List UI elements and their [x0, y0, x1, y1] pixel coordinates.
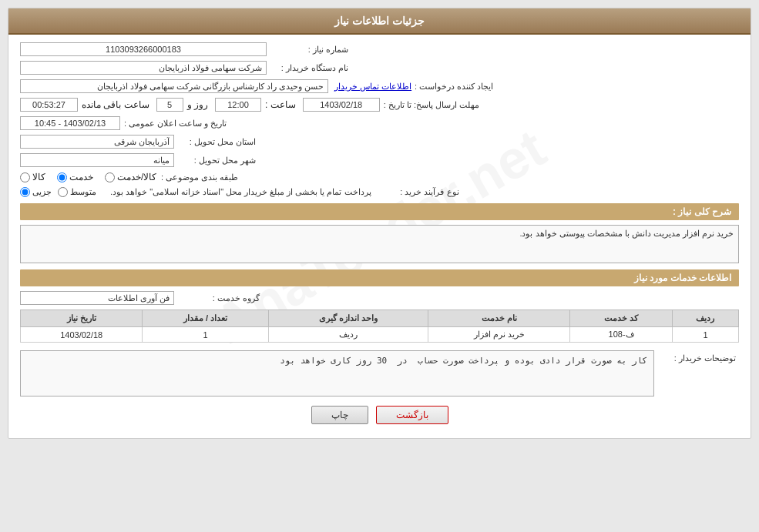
deadline-days-input[interactable] [156, 98, 183, 112]
main-content: شماره نیاز : نام دستگاه خریدار : ایجاد ک… [20, 42, 739, 424]
table-cell-date: 1403/02/18 [21, 327, 143, 343]
creator-row: ایجاد کننده درخواست : اطلاعات تماس خریدا… [20, 79, 739, 93]
table-cell-name: خرید نرم افزار [428, 327, 570, 343]
description-textarea[interactable] [20, 225, 739, 263]
services-section-header: اطلاعات خدمات مورد نیاز [20, 269, 739, 286]
category-option-khedmat: خدمت [57, 172, 93, 182]
category-radio-khedmat[interactable] [57, 172, 67, 182]
col-header-row: ردیف [672, 310, 738, 327]
city-row: شهر محل تحویل : [20, 153, 739, 167]
deadline-days-label: روز و [187, 99, 208, 110]
process-note: پرداخت تمام یا بخشی از مبلغ خریدار محل "… [110, 187, 371, 197]
col-header-unit: واحد اندازه گیری [268, 310, 428, 327]
col-header-name: نام خدمت [428, 310, 570, 327]
card-body: AnaTender.net شماره نیاز : نام دستگاه خر… [8, 35, 751, 438]
description-section-header: شرح کلی نیاز : [20, 203, 739, 220]
buyer-name-row: نام دستگاه خریدار : [20, 61, 739, 75]
card-header: جزئیات اطلاعات نیاز [8, 8, 751, 35]
print-button[interactable]: چاپ [311, 406, 368, 424]
city-label: شهر محل تحویل : [174, 156, 259, 166]
table-cell-code: ف-108 [570, 327, 673, 343]
page-title: جزئیات اطلاعات نیاز [334, 15, 425, 27]
announce-label: تاریخ و ساعت اعلان عمومی : [124, 119, 230, 129]
table-cell-unit: ردیف [268, 327, 428, 343]
category-row: طبقه بندی موضوعی : کالا/خدمت خدمت کالا [20, 172, 739, 182]
service-group-input[interactable] [20, 291, 174, 305]
back-button[interactable]: بازگشت [376, 406, 448, 424]
category-kala-khedmat-label: کالا/خدمت [117, 172, 156, 182]
deadline-remaining-input[interactable] [20, 98, 78, 112]
process-radio-medium[interactable] [58, 187, 68, 197]
col-header-qty: تعداد / مقدار [143, 310, 268, 327]
services-section-title: اطلاعات خدمات مورد نیاز [634, 273, 731, 283]
announce-input[interactable] [20, 116, 120, 130]
deadline-remaining-label: ساعت باقی مانده [82, 99, 149, 110]
announce-row: تاریخ و ساعت اعلان عمومی : [20, 116, 739, 130]
need-number-row: شماره نیاز : [20, 42, 739, 56]
category-khedmat-label: خدمت [69, 172, 93, 182]
process-medium-label: متوسط [70, 187, 96, 197]
process-radio-partial[interactable] [20, 187, 30, 197]
province-input[interactable] [20, 135, 174, 149]
col-header-code: کد خدمت [570, 310, 673, 327]
process-partial-label: جزیی [32, 187, 52, 197]
button-row: بازگشت چاپ [20, 406, 739, 424]
deadline-label: مهلت ارسال پاسخ: تا تاریخ : [384, 100, 482, 110]
process-option-medium: متوسط [58, 187, 96, 197]
process-row: نوع فرآیند خرید : پرداخت تمام یا بخشی از… [20, 187, 739, 197]
buyer-name-label: نام دستگاه خریدار : [267, 63, 351, 73]
need-number-label: شماره نیاز : [267, 45, 351, 55]
buyer-name-input[interactable] [20, 61, 267, 75]
main-card: جزئیات اطلاعات نیاز AnaTender.net شماره … [8, 8, 751, 439]
category-label: طبقه بندی موضوعی : [156, 172, 241, 182]
buyer-desc-textarea[interactable] [20, 350, 654, 396]
category-option-kala-khedmat: کالا/خدمت [105, 172, 156, 182]
deadline-date-input[interactable] [303, 98, 380, 112]
category-radio-kala-khedmat[interactable] [105, 172, 115, 182]
province-label: استان محل تحویل : [174, 137, 259, 147]
creator-label: ایجاد کننده درخواست : [411, 82, 496, 92]
buyer-desc-label: توضیحات خریدار : [654, 350, 739, 363]
creator-input[interactable] [20, 79, 328, 93]
buyer-desc-row: توضیحات خریدار : [20, 350, 739, 396]
col-header-date: تاریخ نیاز [21, 310, 143, 327]
table-row: 1ف-108خرید نرم افزارردیف11403/02/18 [21, 327, 739, 343]
page-wrapper: جزئیات اطلاعات نیاز AnaTender.net شماره … [0, 0, 759, 532]
description-section-title: شرح کلی نیاز : [673, 206, 731, 217]
province-row: استان محل تحویل : [20, 135, 739, 149]
deadline-row: مهلت ارسال پاسخ: تا تاریخ : ساعت : روز و… [20, 98, 739, 112]
process-option-partial: جزیی [20, 187, 52, 197]
need-number-input[interactable] [20, 42, 267, 56]
process-label: نوع فرآیند خرید : [378, 187, 462, 197]
category-radio-group: کالا/خدمت خدمت کالا [20, 172, 156, 182]
table-cell-quantity: 1 [143, 327, 268, 343]
category-radio-kala[interactable] [20, 172, 30, 182]
category-option-kala: کالا [20, 172, 45, 182]
table-body: 1ف-108خرید نرم افزارردیف11403/02/18 [21, 327, 739, 343]
services-table: ردیف کد خدمت نام خدمت واحد اندازه گیری ت… [20, 309, 739, 343]
description-box [20, 225, 739, 263]
city-input[interactable] [20, 153, 174, 167]
table-cell-row: 1 [672, 327, 738, 343]
deadline-time-input[interactable] [215, 98, 261, 112]
contact-link[interactable]: اطلاعات تماس خریدار [334, 82, 411, 92]
category-kala-label: کالا [32, 172, 45, 182]
table-header-row: ردیف کد خدمت نام خدمت واحد اندازه گیری ت… [21, 310, 739, 327]
services-table-section: ردیف کد خدمت نام خدمت واحد اندازه گیری ت… [20, 309, 739, 343]
deadline-time-label: ساعت : [265, 99, 296, 110]
service-group-label: گروه خدمت : [178, 293, 263, 303]
service-group-row: گروه خدمت : [20, 291, 739, 305]
